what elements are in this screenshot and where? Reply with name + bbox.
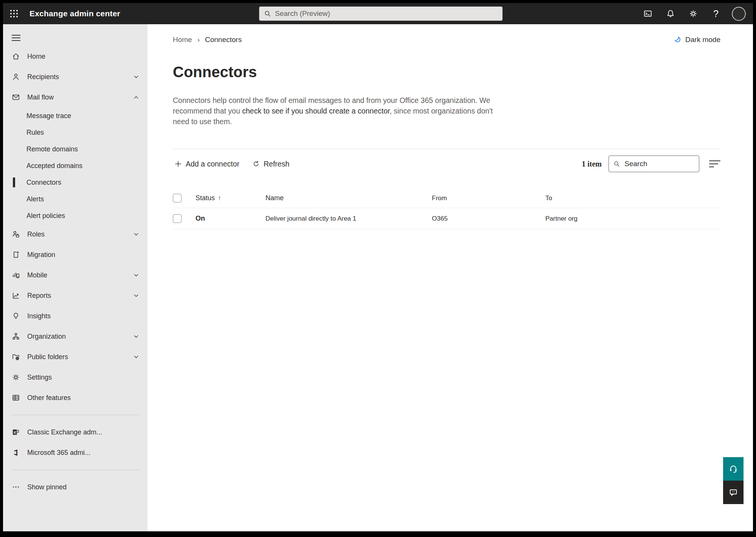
- search-icon: [264, 10, 271, 17]
- sidebar-item-show-pinned[interactable]: Show pinned: [3, 477, 147, 497]
- svg-text:E: E: [14, 430, 17, 434]
- topbar: Exchange admin center: [3, 3, 753, 24]
- sidebar-item-rules[interactable]: Rules: [3, 124, 147, 141]
- sidebar-item-migration[interactable]: Migration: [3, 244, 147, 265]
- column-header-name[interactable]: Name: [265, 194, 432, 202]
- breadcrumb-home-link[interactable]: Home: [173, 36, 192, 44]
- breadcrumb-current: Connectors: [205, 36, 242, 44]
- filter-button[interactable]: [709, 160, 720, 167]
- dark-mode-label: Dark mode: [685, 36, 720, 44]
- sidebar-item-public-folders[interactable]: Public folders: [3, 347, 147, 367]
- sidebar-item-roles[interactable]: Roles: [3, 224, 147, 244]
- main-content: Home › Connectors Dark mode Connectors C…: [147, 24, 753, 531]
- dark-mode-toggle[interactable]: Dark mode: [673, 36, 720, 44]
- help-support-button[interactable]: [723, 457, 744, 481]
- chevron-down-icon: [132, 73, 140, 81]
- sidebar-item-home[interactable]: Home: [3, 46, 147, 67]
- migration-icon: [11, 250, 20, 259]
- reports-icon: [11, 291, 20, 300]
- microsoft-365-icon: [11, 448, 20, 457]
- add-connector-button[interactable]: Add a connector: [173, 157, 241, 171]
- chevron-down-icon: [132, 230, 140, 238]
- refresh-button[interactable]: Refresh: [251, 157, 291, 171]
- roles-icon: [11, 230, 20, 239]
- sidebar-item-connectors[interactable]: Connectors: [3, 174, 147, 191]
- sidebar-item-settings[interactable]: Settings: [3, 367, 147, 388]
- sidebar-item-message-trace[interactable]: Message trace: [3, 107, 147, 124]
- app-launcher-button[interactable]: [3, 3, 25, 24]
- sidebar-item-recipients[interactable]: Recipients: [3, 67, 147, 87]
- headset-icon: [728, 464, 738, 474]
- gear-icon: [689, 9, 698, 18]
- feedback-button[interactable]: [723, 481, 744, 504]
- breadcrumb-separator-icon: ›: [197, 36, 200, 44]
- home-icon: [11, 52, 20, 61]
- list-search-box[interactable]: [609, 156, 699, 172]
- column-header-status[interactable]: Status: [196, 194, 215, 202]
- classic-exchange-icon: E: [11, 428, 20, 437]
- sidebar-item-classic-exchange-admin[interactable]: E Classic Exchange adm...: [3, 422, 147, 442]
- sidebar-item-accepted-domains[interactable]: Accepted domains: [3, 157, 147, 174]
- filter-icon: [709, 160, 720, 161]
- sidebar-item-mobile[interactable]: Mobile: [3, 265, 147, 285]
- search-icon: [613, 160, 620, 168]
- chevron-up-icon: [132, 93, 140, 101]
- select-all-checkbox[interactable]: [173, 194, 182, 202]
- help-button[interactable]: ?: [705, 3, 727, 24]
- sidebar-item-alert-policies[interactable]: Alert policies: [3, 207, 147, 224]
- sidebar: Home Recipients Mail flow Message trace …: [3, 24, 147, 531]
- lightbulb-icon: [11, 311, 20, 321]
- sidebar-item-other-features[interactable]: Other features: [3, 388, 147, 408]
- sidebar-item-remote-domains[interactable]: Remote domains: [3, 141, 147, 157]
- folder-globe-icon: [11, 352, 20, 361]
- waffle-icon: [10, 10, 18, 17]
- table-grid-icon: [11, 393, 20, 402]
- sidebar-item-mail-flow[interactable]: Mail flow: [3, 87, 147, 107]
- global-search-box[interactable]: [259, 6, 503, 21]
- account-button[interactable]: [727, 3, 750, 24]
- column-header-to[interactable]: To: [545, 195, 720, 202]
- sidebar-item-reports[interactable]: Reports: [3, 285, 147, 306]
- org-chart-icon: [11, 332, 20, 341]
- sidebar-item-microsoft-365-admin[interactable]: Microsoft 365 admi...: [3, 442, 147, 463]
- column-header-from[interactable]: From: [432, 195, 545, 202]
- settings-button[interactable]: [682, 3, 705, 24]
- refresh-icon: [252, 160, 260, 168]
- question-mark-icon: ?: [713, 8, 719, 19]
- table-row[interactable]: On Deliver journal directly to Area 1 O3…: [173, 208, 720, 229]
- global-search-input[interactable]: [275, 9, 498, 18]
- nav-collapse-button[interactable]: [5, 30, 26, 46]
- connector-to: Partner org: [545, 215, 720, 223]
- sidebar-item-organization[interactable]: Organization: [3, 326, 147, 347]
- person-icon: [11, 72, 20, 81]
- sort-ascending-icon: ↑: [218, 195, 221, 202]
- powershell-button[interactable]: [636, 3, 659, 24]
- page-description: Connectors help control the flow of emai…: [173, 95, 506, 127]
- exchange-admin-center-app: Exchange admin center: [3, 3, 753, 531]
- app-title: Exchange admin center: [29, 9, 120, 18]
- list-search-input[interactable]: [624, 160, 694, 168]
- breadcrumb: Home › Connectors: [173, 36, 242, 44]
- sidebar-item-alerts[interactable]: Alerts: [3, 191, 147, 207]
- screenshot-frame: Exchange admin center: [0, 0, 756, 537]
- chevron-down-icon: [132, 333, 140, 340]
- terminal-icon: [643, 9, 652, 18]
- sidebar-divider: [11, 470, 139, 470]
- command-bar: Add a connector Refresh 1 item: [173, 149, 720, 179]
- notifications-button[interactable]: [659, 3, 682, 24]
- chevron-down-icon: [132, 292, 140, 299]
- bell-icon: [666, 9, 675, 18]
- page-title: Connectors: [173, 64, 720, 81]
- gear-icon: [11, 373, 20, 382]
- connectors-table: Status ↑ Name From To On Deliver journal…: [173, 188, 720, 229]
- item-count: 1 item: [582, 160, 602, 168]
- chevron-down-icon: [132, 271, 140, 279]
- sidebar-divider: [11, 415, 139, 415]
- chevron-down-icon: [132, 353, 140, 361]
- connector-status: On: [196, 215, 205, 223]
- connector-name[interactable]: Deliver journal directly to Area 1: [265, 215, 432, 223]
- table-header-row: Status ↑ Name From To: [173, 188, 720, 208]
- sidebar-item-insights[interactable]: Insights: [3, 306, 147, 326]
- moon-icon: [673, 36, 681, 44]
- row-checkbox[interactable]: [173, 214, 182, 223]
